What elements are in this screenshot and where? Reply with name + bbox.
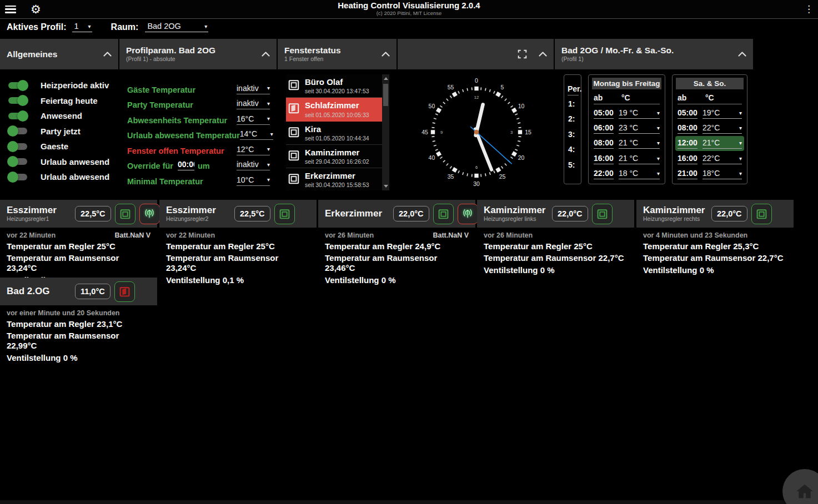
time-input[interactable]: 05:00 [594, 108, 614, 119]
room-card: Bad 2.OG11,0°Cvor einer Minute und 20 Se… [0, 278, 157, 363]
window-status-button[interactable] [592, 204, 613, 224]
window-status-button[interactable] [115, 204, 136, 224]
panel-fensterstatus-body: Büro Olafseit 30.04.2020 13:47:53Schlafz… [278, 69, 397, 195]
window-status-button[interactable] [274, 204, 295, 224]
room-card-header: Bad 2.OG11,0°C [0, 278, 157, 305]
temp-select[interactable]: 18 °C▾ [619, 168, 660, 179]
window-list-item[interactable]: Kaminzimmerseit 29.04.2020 16:26:02 [286, 145, 389, 168]
radio-signal-button[interactable] [458, 204, 478, 224]
room-card: KaminzimmerHeizungsregler links22,0°Cvor… [477, 200, 634, 275]
toggle-switch[interactable] [7, 110, 31, 122]
svg-text:5: 5 [501, 84, 504, 90]
toggle-switch[interactable] [7, 95, 31, 106]
toggle-switch[interactable] [7, 80, 31, 91]
window-list-item[interactable]: Büro Olafseit 30.04.2020 13:47:53 [286, 74, 389, 98]
param-label: Urlaub abwesend Temperatur [127, 131, 240, 140]
collapse-chevron-icon[interactable] [539, 52, 547, 57]
time-input[interactable]: 08:00 [594, 138, 614, 149]
overflow-menu-icon[interactable]: ⋮ [804, 4, 814, 14]
window-list-item[interactable]: Schlafzimmerseit 01.05.2020 10:05:33 [286, 98, 389, 121]
target-temp-badge[interactable]: 22,5°C [234, 206, 270, 221]
window-list-item[interactable]: Kiraseit 01.05.2020 10:44:34 [286, 122, 389, 145]
scrollbar-thumb[interactable] [383, 84, 388, 106]
param-select[interactable]: 12°C▾ [237, 145, 270, 155]
col-ab: ab [678, 93, 705, 102]
temp-select[interactable]: 22°C▾ [702, 123, 742, 134]
weekend-schedule: Sa. & So. ab °C 05:0019°C▾08:0022°C▾12:0… [672, 74, 747, 184]
temp-select[interactable]: 23 °C▾ [619, 123, 660, 134]
room-title-block: KaminzimmerHeizungsregler rechts [643, 205, 707, 223]
window-status-button[interactable] [114, 281, 135, 302]
time-input[interactable]: 12:00 [678, 138, 697, 149]
room-card-header: Erkerzimmer22,0°C [318, 200, 475, 228]
room-select[interactable]: Bad 2OG ▾ [145, 22, 208, 32]
svg-text:40: 40 [429, 154, 435, 161]
param-select[interactable]: inaktiv▾ [237, 99, 270, 109]
target-temp-badge[interactable]: 22,0°C [393, 206, 429, 221]
param-select[interactable]: 16°C▾ [237, 114, 270, 125]
weekend-header: Sa. & So. [676, 78, 744, 89]
toggle-switch[interactable] [7, 141, 31, 152]
temp-select[interactable]: 22°C▾ [702, 153, 742, 164]
window-list: Büro Olafseit 30.04.2020 13:47:53Schlafz… [286, 74, 389, 190]
chevron-down-icon: ▾ [657, 168, 660, 179]
override-time-input[interactable]: 00:00 [178, 160, 194, 170]
temp-select[interactable]: 19°C▾ [702, 108, 742, 119]
window-status-button[interactable] [433, 204, 454, 224]
temp-select[interactable]: 19 °C▾ [619, 108, 660, 119]
profile-param-row: Override für00:00uminaktiv▾ [127, 155, 270, 171]
target-temp-badge[interactable]: 22,5°C [75, 206, 111, 221]
fullscreen-icon[interactable] [517, 49, 528, 59]
param-select[interactable]: inaktiv▾ [237, 160, 270, 170]
scroll-up-icon[interactable] [384, 77, 388, 80]
collapse-chevron-icon[interactable] [103, 52, 112, 57]
param-select[interactable]: 14°C▾ [240, 129, 273, 140]
scrollbar[interactable] [382, 74, 389, 190]
toggle-switch[interactable] [7, 172, 31, 183]
window-status-button[interactable] [751, 204, 772, 224]
target-temp-badge[interactable]: 11,0°C [75, 284, 111, 299]
toggle-switch[interactable] [7, 125, 31, 137]
gear-icon[interactable]: ⚙ [31, 3, 41, 15]
time-input[interactable]: 22:00 [594, 168, 614, 179]
active-profile-select[interactable]: 1 ▾ [72, 22, 92, 32]
svg-text:20: 20 [518, 154, 525, 161]
menu-icon[interactable] [5, 6, 16, 13]
panel-title: Profilparam. Bad 2OG [126, 46, 215, 56]
home-button[interactable] [782, 469, 818, 504]
room-card: Erkerzimmer22,0°Cvor 26 MinutenBatt.NaN … [318, 200, 475, 285]
param-select[interactable]: inaktiv▾ [237, 84, 270, 94]
collapse-chevron-icon[interactable] [262, 52, 270, 57]
update-row: vor 26 Minuten [484, 231, 628, 239]
window-since: seit 30.04.2020 13:47:53 [305, 88, 369, 94]
param-select[interactable]: 10°C▾ [237, 175, 270, 186]
temp-select[interactable]: 21 °C▾ [619, 138, 660, 149]
collapse-chevron-icon[interactable] [382, 52, 390, 57]
period-number: 5: [564, 158, 581, 173]
temp-select[interactable]: 18°C▾ [702, 168, 742, 179]
time-input[interactable]: 05:00 [678, 108, 697, 119]
update-row: vor einer Minute und 20 Sekunden [7, 309, 150, 317]
time-input[interactable]: 06:00 [594, 123, 614, 134]
target-temp-badge[interactable]: 22,0°C [711, 206, 747, 221]
time-input[interactable]: 21:00 [678, 168, 697, 179]
target-temp-badge[interactable]: 22,0°C [552, 206, 588, 221]
window-list-item[interactable]: Erkerzimmerseit 30.04.2020 15:58:53 [286, 168, 389, 190]
panel-subtitle: (Profil 1) [561, 56, 674, 63]
time-input[interactable]: 16:00 [678, 153, 697, 164]
radio-signal-button[interactable] [139, 204, 160, 224]
time-input[interactable]: 16:00 [594, 153, 614, 164]
panel-title: Bad 2OG / Mo.-Fr. & Sa.-So. [561, 46, 674, 56]
room-title-block: EsszimmerHeizungsregler2 [166, 205, 230, 223]
window-name: Erkerzimmer [305, 171, 369, 180]
toggle-label: Anwesend [41, 111, 82, 120]
window-name: Kira [305, 124, 369, 134]
collapse-chevron-icon[interactable] [738, 52, 746, 57]
temp-select[interactable]: 21°C▾ [702, 138, 742, 149]
toggle-switch[interactable] [7, 156, 31, 167]
chevron-down-icon: ▾ [267, 85, 270, 91]
scroll-down-icon[interactable] [384, 185, 388, 188]
time-input[interactable]: 08:00 [678, 123, 697, 134]
temp-select[interactable]: 21 °C▾ [619, 153, 660, 164]
chevron-down-icon: ▾ [267, 162, 270, 168]
